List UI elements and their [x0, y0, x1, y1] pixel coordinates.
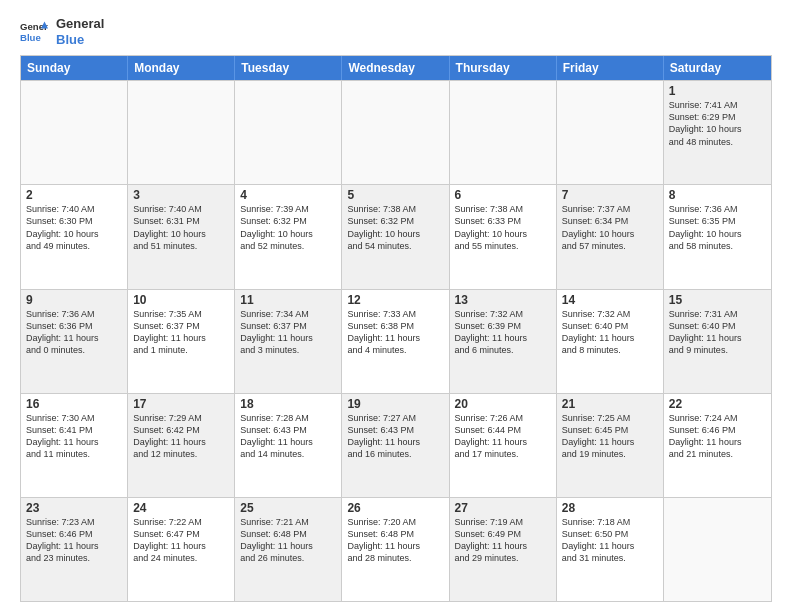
- calendar-cell: 18Sunrise: 7:28 AM Sunset: 6:43 PM Dayli…: [235, 394, 342, 497]
- calendar-row: 23Sunrise: 7:23 AM Sunset: 6:46 PM Dayli…: [21, 497, 771, 601]
- calendar-cell: 2Sunrise: 7:40 AM Sunset: 6:30 PM Daylig…: [21, 185, 128, 288]
- cell-info: Sunrise: 7:24 AM Sunset: 6:46 PM Dayligh…: [669, 412, 766, 461]
- cell-info: Sunrise: 7:18 AM Sunset: 6:50 PM Dayligh…: [562, 516, 658, 565]
- day-number: 28: [562, 501, 658, 515]
- cell-info: Sunrise: 7:38 AM Sunset: 6:33 PM Dayligh…: [455, 203, 551, 252]
- day-number: 26: [347, 501, 443, 515]
- cell-info: Sunrise: 7:28 AM Sunset: 6:43 PM Dayligh…: [240, 412, 336, 461]
- day-number: 4: [240, 188, 336, 202]
- logo-blue-text: Blue: [56, 32, 104, 48]
- calendar-header-cell: Friday: [557, 56, 664, 80]
- calendar-cell: [235, 81, 342, 184]
- day-number: 7: [562, 188, 658, 202]
- calendar-body: 1Sunrise: 7:41 AM Sunset: 6:29 PM Daylig…: [21, 80, 771, 601]
- day-number: 17: [133, 397, 229, 411]
- calendar-cell: [664, 498, 771, 601]
- calendar-cell: 9Sunrise: 7:36 AM Sunset: 6:36 PM Daylig…: [21, 290, 128, 393]
- calendar-header-cell: Wednesday: [342, 56, 449, 80]
- calendar-cell: 3Sunrise: 7:40 AM Sunset: 6:31 PM Daylig…: [128, 185, 235, 288]
- svg-text:Blue: Blue: [20, 31, 41, 42]
- cell-info: Sunrise: 7:35 AM Sunset: 6:37 PM Dayligh…: [133, 308, 229, 357]
- calendar-cell: 11Sunrise: 7:34 AM Sunset: 6:37 PM Dayli…: [235, 290, 342, 393]
- calendar-cell: 23Sunrise: 7:23 AM Sunset: 6:46 PM Dayli…: [21, 498, 128, 601]
- day-number: 14: [562, 293, 658, 307]
- page: General Blue General Blue SundayMondayTu…: [0, 0, 792, 612]
- logo: General Blue General Blue: [20, 16, 104, 47]
- calendar-header-cell: Saturday: [664, 56, 771, 80]
- day-number: 9: [26, 293, 122, 307]
- day-number: 8: [669, 188, 766, 202]
- day-number: 13: [455, 293, 551, 307]
- cell-info: Sunrise: 7:26 AM Sunset: 6:44 PM Dayligh…: [455, 412, 551, 461]
- day-number: 20: [455, 397, 551, 411]
- cell-info: Sunrise: 7:37 AM Sunset: 6:34 PM Dayligh…: [562, 203, 658, 252]
- calendar-header-cell: Monday: [128, 56, 235, 80]
- calendar-cell: 27Sunrise: 7:19 AM Sunset: 6:49 PM Dayli…: [450, 498, 557, 601]
- calendar-cell: 26Sunrise: 7:20 AM Sunset: 6:48 PM Dayli…: [342, 498, 449, 601]
- cell-info: Sunrise: 7:39 AM Sunset: 6:32 PM Dayligh…: [240, 203, 336, 252]
- day-number: 10: [133, 293, 229, 307]
- calendar-cell: [21, 81, 128, 184]
- day-number: 15: [669, 293, 766, 307]
- day-number: 2: [26, 188, 122, 202]
- calendar-cell: 12Sunrise: 7:33 AM Sunset: 6:38 PM Dayli…: [342, 290, 449, 393]
- calendar-cell: 13Sunrise: 7:32 AM Sunset: 6:39 PM Dayli…: [450, 290, 557, 393]
- day-number: 25: [240, 501, 336, 515]
- cell-info: Sunrise: 7:40 AM Sunset: 6:30 PM Dayligh…: [26, 203, 122, 252]
- calendar-cell: 24Sunrise: 7:22 AM Sunset: 6:47 PM Dayli…: [128, 498, 235, 601]
- calendar-cell: 1Sunrise: 7:41 AM Sunset: 6:29 PM Daylig…: [664, 81, 771, 184]
- day-number: 18: [240, 397, 336, 411]
- cell-info: Sunrise: 7:33 AM Sunset: 6:38 PM Dayligh…: [347, 308, 443, 357]
- calendar-header-cell: Sunday: [21, 56, 128, 80]
- calendar-cell: 20Sunrise: 7:26 AM Sunset: 6:44 PM Dayli…: [450, 394, 557, 497]
- calendar-cell: 25Sunrise: 7:21 AM Sunset: 6:48 PM Dayli…: [235, 498, 342, 601]
- day-number: 6: [455, 188, 551, 202]
- cell-info: Sunrise: 7:34 AM Sunset: 6:37 PM Dayligh…: [240, 308, 336, 357]
- day-number: 12: [347, 293, 443, 307]
- calendar-header-cell: Tuesday: [235, 56, 342, 80]
- cell-info: Sunrise: 7:38 AM Sunset: 6:32 PM Dayligh…: [347, 203, 443, 252]
- day-number: 5: [347, 188, 443, 202]
- calendar-cell: 19Sunrise: 7:27 AM Sunset: 6:43 PM Dayli…: [342, 394, 449, 497]
- cell-info: Sunrise: 7:30 AM Sunset: 6:41 PM Dayligh…: [26, 412, 122, 461]
- cell-info: Sunrise: 7:36 AM Sunset: 6:36 PM Dayligh…: [26, 308, 122, 357]
- day-number: 11: [240, 293, 336, 307]
- cell-info: Sunrise: 7:41 AM Sunset: 6:29 PM Dayligh…: [669, 99, 766, 148]
- calendar-cell: 10Sunrise: 7:35 AM Sunset: 6:37 PM Dayli…: [128, 290, 235, 393]
- day-number: 3: [133, 188, 229, 202]
- cell-info: Sunrise: 7:29 AM Sunset: 6:42 PM Dayligh…: [133, 412, 229, 461]
- cell-info: Sunrise: 7:40 AM Sunset: 6:31 PM Dayligh…: [133, 203, 229, 252]
- cell-info: Sunrise: 7:31 AM Sunset: 6:40 PM Dayligh…: [669, 308, 766, 357]
- calendar-cell: 16Sunrise: 7:30 AM Sunset: 6:41 PM Dayli…: [21, 394, 128, 497]
- calendar-cell: [557, 81, 664, 184]
- calendar-cell: 6Sunrise: 7:38 AM Sunset: 6:33 PM Daylig…: [450, 185, 557, 288]
- calendar-cell: 28Sunrise: 7:18 AM Sunset: 6:50 PM Dayli…: [557, 498, 664, 601]
- calendar-row: 9Sunrise: 7:36 AM Sunset: 6:36 PM Daylig…: [21, 289, 771, 393]
- cell-info: Sunrise: 7:23 AM Sunset: 6:46 PM Dayligh…: [26, 516, 122, 565]
- calendar-header: SundayMondayTuesdayWednesdayThursdayFrid…: [21, 56, 771, 80]
- day-number: 19: [347, 397, 443, 411]
- calendar-cell: 17Sunrise: 7:29 AM Sunset: 6:42 PM Dayli…: [128, 394, 235, 497]
- cell-info: Sunrise: 7:21 AM Sunset: 6:48 PM Dayligh…: [240, 516, 336, 565]
- logo-icon: General Blue: [20, 18, 48, 46]
- calendar-cell: 5Sunrise: 7:38 AM Sunset: 6:32 PM Daylig…: [342, 185, 449, 288]
- day-number: 23: [26, 501, 122, 515]
- logo-general-text: General: [56, 16, 104, 32]
- calendar-cell: 22Sunrise: 7:24 AM Sunset: 6:46 PM Dayli…: [664, 394, 771, 497]
- cell-info: Sunrise: 7:32 AM Sunset: 6:39 PM Dayligh…: [455, 308, 551, 357]
- calendar: SundayMondayTuesdayWednesdayThursdayFrid…: [20, 55, 772, 602]
- calendar-header-cell: Thursday: [450, 56, 557, 80]
- calendar-cell: 8Sunrise: 7:36 AM Sunset: 6:35 PM Daylig…: [664, 185, 771, 288]
- header: General Blue General Blue: [20, 16, 772, 47]
- calendar-cell: [342, 81, 449, 184]
- calendar-row: 16Sunrise: 7:30 AM Sunset: 6:41 PM Dayli…: [21, 393, 771, 497]
- calendar-cell: 15Sunrise: 7:31 AM Sunset: 6:40 PM Dayli…: [664, 290, 771, 393]
- calendar-cell: [128, 81, 235, 184]
- day-number: 16: [26, 397, 122, 411]
- cell-info: Sunrise: 7:19 AM Sunset: 6:49 PM Dayligh…: [455, 516, 551, 565]
- cell-info: Sunrise: 7:27 AM Sunset: 6:43 PM Dayligh…: [347, 412, 443, 461]
- calendar-cell: 21Sunrise: 7:25 AM Sunset: 6:45 PM Dayli…: [557, 394, 664, 497]
- cell-info: Sunrise: 7:36 AM Sunset: 6:35 PM Dayligh…: [669, 203, 766, 252]
- calendar-row: 1Sunrise: 7:41 AM Sunset: 6:29 PM Daylig…: [21, 80, 771, 184]
- calendar-cell: 14Sunrise: 7:32 AM Sunset: 6:40 PM Dayli…: [557, 290, 664, 393]
